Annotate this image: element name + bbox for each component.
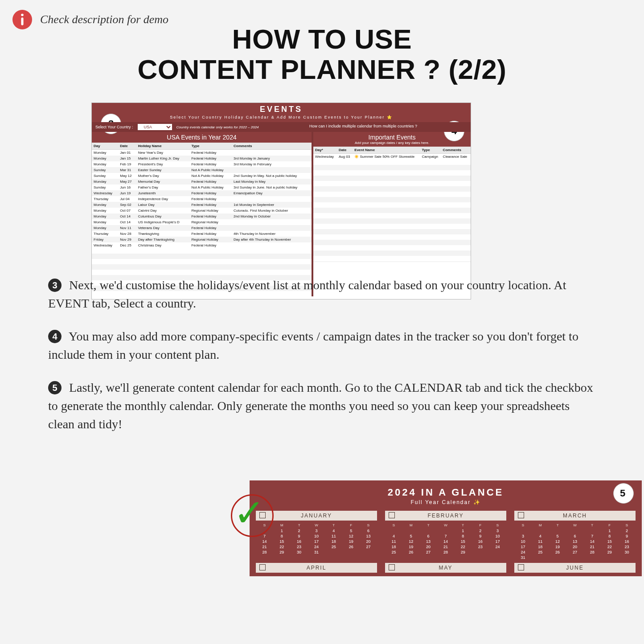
month-header: APRIL	[256, 563, 377, 573]
table-row: MondaySep 02Labor DayFederal Holiday1st …	[92, 202, 312, 208]
month-label: MAY	[439, 565, 452, 571]
table-row: WednesdayJun 19JuneteenthFederal Holiday…	[92, 190, 312, 196]
table-row: ThursdayJul 04Independence DayFederal Ho…	[92, 196, 312, 202]
table-row: FridayNov 29Day after ThanksgivingRegion…	[92, 237, 312, 242]
month: APRIL	[256, 563, 377, 573]
generate-checkbox[interactable]	[518, 512, 524, 518]
month-calendar: SMTWTFS123456789101112131415161718192021…	[385, 522, 506, 555]
important-events-table: Day*DateEvent NameTypeComments Wednesday…	[313, 147, 471, 160]
generate-checkbox[interactable]	[389, 564, 395, 570]
month-calendar: SMTWTFS123456789101112131415161718192021…	[256, 522, 377, 555]
month-label: MARCH	[563, 513, 587, 519]
table-row: WednesdayAug 03☀️ Summer Sale 50% OFF St…	[313, 154, 471, 160]
events-toolbar: Select Your Country : USA Country events…	[92, 122, 471, 132]
step-num-3: 3	[48, 279, 62, 292]
month-header: FEBRUARY	[385, 511, 506, 521]
step-num-4: 4	[48, 330, 62, 343]
events-header: EVENTS	[92, 103, 471, 115]
table-row: SundayMar 31Easter SundayNot A Public Ho…	[92, 167, 312, 173]
multi-calendar-question: How can I include multiple calendar from…	[309, 124, 417, 128]
table-row: MondayFeb 19President's DayFederal Holid…	[92, 161, 312, 167]
page-title: HOW TO USE CONTENT PLANNER ? (2/2)	[0, 24, 644, 85]
month-label: APRIL	[307, 565, 327, 571]
generate-checkbox[interactable]	[259, 512, 266, 518]
table-row: MondayOct 14US Indigenous People's DRegi…	[92, 219, 312, 225]
table-row: MondayOct 14Columbus DayFederal Holiday2…	[92, 213, 312, 219]
events-table: DayDateHoliday NameTypeComments MondayJa…	[92, 143, 312, 248]
badge-5: 5	[613, 483, 634, 504]
month: JANUARYSMTWTFS12345678910111213141516171…	[256, 511, 377, 560]
events-left-col: USA Events in Year 2024 DayDateHoliday N…	[92, 132, 313, 296]
table-row: MondayJan 15Martin Luther King Jr. DayFe…	[92, 156, 312, 161]
month-header: JUNE	[514, 563, 636, 573]
events-right-col: Important Events Add your campaign dates…	[313, 132, 471, 296]
col-header: Type	[189, 143, 232, 150]
col-header: Date	[337, 147, 353, 154]
table-row: SundayJun 16Father's DayNot A Public Hol…	[92, 185, 312, 190]
step-num-5: 5	[48, 381, 62, 394]
month-label: JUNE	[566, 565, 583, 571]
left-title: USA Events in Year 2024	[92, 134, 312, 141]
step-text-5: Lastly, we'll generate content calendar …	[48, 381, 593, 431]
col-header: Event Name	[353, 147, 420, 154]
right-subtitle: Add your campaign dates / any key dates …	[313, 141, 471, 145]
month: MARCHSMTWTFS1234567891011121314151617181…	[514, 511, 636, 560]
month-header: JANUARY	[256, 511, 377, 521]
generate-checkbox[interactable]	[259, 564, 266, 570]
step-text-4: You may also add more company-specific e…	[48, 329, 578, 361]
country-select[interactable]: USA	[138, 124, 172, 130]
col-header: Comments	[232, 143, 312, 150]
month-header: MAY	[385, 563, 506, 573]
calendar-screenshot: 2024 IN A GLANCE 5 Full Year Calendar ✨ …	[250, 480, 642, 576]
month: JUNE	[514, 563, 636, 573]
table-row: ThursdayNov 28ThanksgivingFederal Holida…	[92, 231, 312, 237]
month-header: MARCH	[514, 511, 636, 521]
title-line2: CONTENT PLANNER ? (2/2)	[138, 54, 507, 85]
month-label: JANUARY	[301, 513, 332, 519]
step-text-3: Next, we'd customise the holidays/event …	[48, 278, 566, 310]
table-row: SundayMay 12Mother's DayNot A Public Hol…	[92, 173, 312, 179]
table-row: MondayNov 11Veterans DayFederal Holiday	[92, 225, 312, 231]
col-header: Day*	[313, 147, 337, 154]
month-calendar: SMTWTFS123456789101112131415161718192021…	[514, 522, 636, 560]
col-header: Type	[420, 147, 441, 154]
title-line1: HOW TO USE	[232, 24, 412, 54]
table-row: MondayMay 27Memorial DayFederal HolidayL…	[92, 179, 312, 185]
country-note: Country events calendar only works for 2…	[176, 125, 259, 129]
svg-point-0	[21, 14, 24, 16]
events-screenshot: 3 4 EVENTS Select Your Country Holiday C…	[91, 103, 471, 299]
month-label: FEBRUARY	[427, 513, 464, 519]
month: MAY	[385, 563, 506, 573]
country-label: Select Your Country :	[95, 125, 133, 129]
generate-checkbox[interactable]	[389, 512, 395, 518]
col-header: Holiday Name	[136, 143, 190, 150]
table-row: WednesdayDec 25Christmas DayFederal Holi…	[92, 242, 312, 248]
month: FEBRUARYSMTWTFS1234567891011121314151617…	[385, 511, 506, 560]
col-header: Comments	[441, 147, 471, 154]
events-subheader: Select Your Country Holiday Calendar & A…	[92, 115, 471, 122]
table-row: MondayJan 01New Year's DayFederal Holida…	[92, 150, 312, 156]
generate-checkbox[interactable]	[518, 564, 524, 570]
table-row: MondayOct 07Cabrini DayRegional HolidayC…	[92, 208, 312, 213]
steps-text: 3 Next, we'd customise the holidays/even…	[48, 276, 596, 448]
col-header: Day	[92, 143, 118, 150]
col-header: Date	[118, 143, 136, 150]
glance-title: 2024 IN A GLANCE 5	[250, 480, 642, 499]
glance-subtitle: Full Year Calendar ✨	[250, 499, 642, 511]
